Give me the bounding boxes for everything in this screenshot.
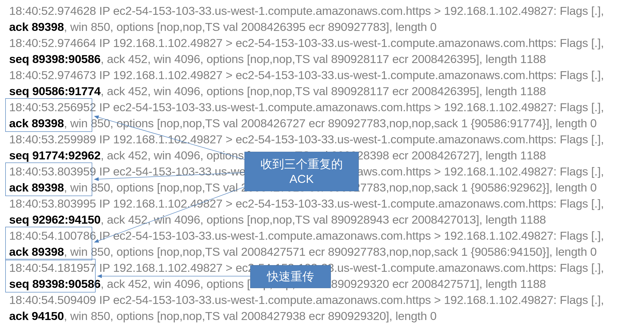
- log-gray: , ack 452, win 4096, options [nop,nop,TS…: [100, 52, 546, 65]
- log-line: 18:40:53.803995 IP 192.168.1.102.49827 >…: [9, 196, 639, 211]
- log-line: 18:40:52.974673 IP 192.168.1.102.49827 >…: [9, 68, 639, 82]
- log-line: ack 89398, win 850, options [nop,nop,TS …: [9, 20, 639, 34]
- fast-retransmit-box: [5, 259, 96, 293]
- log-line: 18:40:53.256952 IP ec2-54-153-103-33.us-…: [9, 100, 639, 114]
- log-gray: , ack 452, win 4096, options [nop,nop,TS…: [100, 213, 546, 226]
- log-gray: , win 850, options [nop,nop,TS val 20084…: [64, 310, 436, 323]
- log-gray: 18:40:52.974673 IP 192.168.1.102.49827 >…: [9, 69, 604, 81]
- log-gray: 18:40:52.974628 IP ec2-54-153-103-33.us-…: [9, 4, 604, 17]
- log-line: ack 89398, win 850, options [nop,nop,TS …: [9, 245, 639, 259]
- log-bold: seq 92962:94150: [9, 213, 100, 226]
- log-line: 18:40:54.100786 IP ec2-54-153-103-33.us-…: [9, 229, 639, 243]
- log-gray: , win 850, options [nop,nop,TS val 20084…: [64, 245, 597, 258]
- log-gray: , win 850, options [nop,nop,TS val 20084…: [64, 117, 597, 130]
- dup-ack-box-2: [5, 163, 92, 196]
- log-line: seq 92962:94150, ack 452, win 4096, opti…: [9, 213, 639, 227]
- tcpdump-annotated-figure: 18:40:52.974628 IP ec2-54-153-103-33.us-…: [0, 0, 644, 326]
- log-line: seq 89398:90586, ack 452, win 4096, opti…: [9, 52, 639, 66]
- log-bold: seq 89398:90586: [9, 52, 100, 65]
- log-bold: seq 90586:91774: [9, 85, 100, 98]
- log-gray: , win 850, options [nop,nop,TS val 20084…: [64, 20, 436, 33]
- log-line: 18:40:52.974664 IP 192.168.1.102.49827 >…: [9, 36, 639, 50]
- log-bold: seq 91774:92962: [9, 149, 100, 162]
- log-line: 18:40:53.259989 IP 192.168.1.102.49827 >…: [9, 132, 639, 147]
- log-gray: 18:40:53.256952 IP ec2-54-153-103-33.us-…: [9, 101, 604, 114]
- log-bold: ack 89398: [9, 20, 64, 33]
- log-gray: 18:40:54.509409 IP ec2-54-153-103-33.us-…: [9, 293, 604, 306]
- log-line: 18:40:52.974628 IP ec2-54-153-103-33.us-…: [9, 4, 639, 18]
- log-gray: 18:40:52.974664 IP 192.168.1.102.49827 >…: [9, 36, 604, 49]
- dup-ack-box-3: [5, 227, 92, 260]
- log-gray: , ack 452, win 4096, options [nop,nop,TS…: [100, 85, 546, 98]
- callout-fast-retransmit: 快速重传: [250, 265, 331, 288]
- dup-ack-box-1: [5, 98, 92, 132]
- log-gray: 18:40:54.100786 IP ec2-54-153-103-33.us-…: [9, 229, 604, 242]
- log-line: ack 94150, win 850, options [nop,nop,TS …: [9, 309, 639, 323]
- log-line: ack 89398, win 850, options [nop,nop,TS …: [9, 116, 639, 130]
- log-line: 18:40:54.509409 IP ec2-54-153-103-33.us-…: [9, 293, 639, 307]
- log-line: seq 90586:91774, ack 452, win 4096, opti…: [9, 84, 639, 98]
- callout-duplicate-ack: 收到三个重复的 ACK: [244, 152, 359, 191]
- log-gray: 18:40:53.259989 IP 192.168.1.102.49827 >…: [9, 133, 604, 146]
- log-gray: 18:40:53.803995 IP 192.168.1.102.49827 >…: [9, 197, 604, 210]
- log-bold: ack 94150: [9, 310, 64, 323]
